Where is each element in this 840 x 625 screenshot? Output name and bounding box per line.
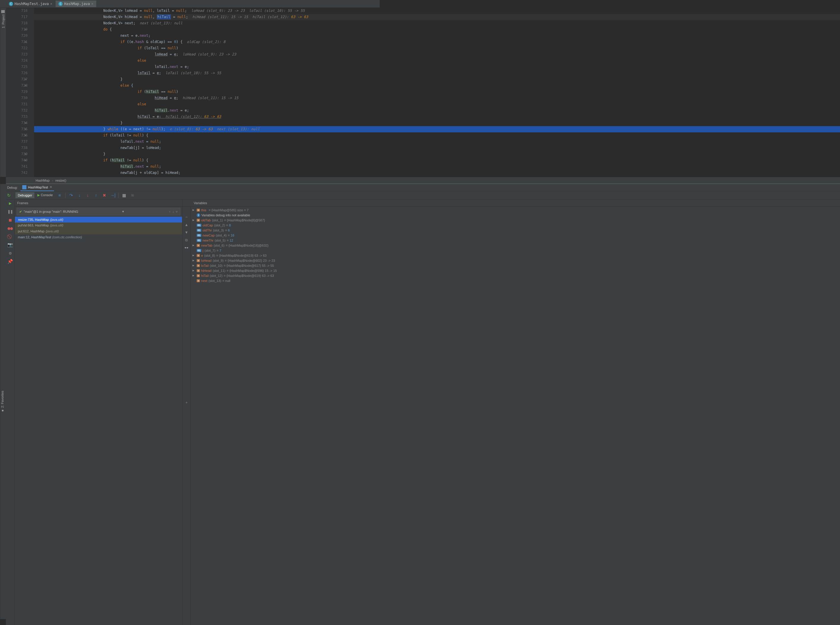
chevron-down-icon[interactable]: ▼ bbox=[122, 210, 124, 213]
code-line[interactable]: Node<K,V> loHead = null, loTail = null; … bbox=[34, 8, 380, 14]
code-line[interactable]: do { bbox=[34, 26, 380, 33]
code-line[interactable]: Node<K,V> hiHead = null, hiTail = null; … bbox=[34, 14, 380, 20]
close-icon[interactable]: ✕ bbox=[50, 185, 52, 189]
line-number[interactable]: 717 bbox=[6, 14, 28, 20]
line-number[interactable]: 721⊖ bbox=[6, 39, 28, 45]
editor[interactable]: 716717718719⊖720721⊖722723724725726727⊖7… bbox=[6, 8, 380, 177]
gutter[interactable]: 716717718719⊖720721⊖722723724725726727⊖7… bbox=[6, 8, 34, 177]
variable-row[interactable]: 01 j (slot_7) = 7 bbox=[191, 248, 380, 253]
breadcrumb[interactable]: HashMap › resize() bbox=[6, 177, 380, 183]
tab-hashmap[interactable]: C HashMap.java ✕ bbox=[56, 1, 96, 7]
line-number[interactable]: 729 bbox=[6, 89, 28, 95]
code-line[interactable]: loTail.next = e; bbox=[34, 64, 380, 70]
line-number[interactable]: 733 bbox=[6, 113, 28, 120]
code-line[interactable]: loTail.next = null; bbox=[34, 138, 380, 145]
code-line[interactable]: if ((e.hash & oldCap) == 0) { oldCap (sl… bbox=[34, 39, 380, 45]
line-number[interactable]: 722 bbox=[6, 45, 28, 51]
line-number[interactable]: 730 bbox=[6, 95, 28, 101]
up-icon[interactable]: ▲ bbox=[185, 222, 188, 227]
code-line[interactable]: else bbox=[34, 58, 380, 64]
remove-watch-icon[interactable]: − bbox=[185, 215, 188, 219]
variable-row[interactable]: ▶≡ e (slot_8) = {HashMap$Node@619} 63 ->… bbox=[191, 253, 380, 258]
code-line[interactable]: newTab[j + oldCap] = hiHead; bbox=[34, 170, 380, 176]
threads-icon[interactable]: ≡ bbox=[57, 193, 62, 197]
line-number[interactable]: 731 bbox=[6, 101, 28, 107]
run-to-cursor-icon[interactable]: →| bbox=[110, 193, 115, 197]
code-line[interactable]: hiTail.next = e; bbox=[34, 107, 380, 113]
code-line[interactable]: next = e.next; bbox=[34, 33, 380, 39]
console-tab[interactable]: ▶ Console bbox=[35, 192, 55, 198]
variable-row[interactable]: iVariables debug info not available bbox=[191, 213, 380, 218]
line-number[interactable]: 718 bbox=[6, 20, 28, 26]
code-line[interactable]: hiTail.next = null; bbox=[34, 163, 380, 170]
variable-row[interactable]: ▶≡ this = {HashMap@585} size = 7 bbox=[191, 207, 380, 213]
line-number[interactable]: 736⊖ bbox=[6, 132, 28, 138]
breadcrumb-class[interactable]: HashMap bbox=[36, 179, 50, 182]
code-line[interactable]: } bbox=[34, 120, 380, 126]
line-number[interactable]: 724 bbox=[6, 58, 28, 64]
close-icon[interactable]: ✕ bbox=[50, 2, 53, 6]
line-number[interactable]: 738 bbox=[6, 145, 28, 151]
tab-hashmaptest[interactable]: C HashMapTest.java ✕ bbox=[6, 1, 56, 7]
code-area[interactable]: Node<K,V> loHead = null, loTail = null; … bbox=[34, 8, 380, 177]
line-number[interactable]: 737 bbox=[6, 138, 28, 145]
settings-icon[interactable]: ⚙ bbox=[9, 250, 12, 256]
code-line[interactable]: newTab[j] = loHead; bbox=[34, 145, 380, 151]
drop-frame-icon[interactable]: ✖ bbox=[102, 193, 107, 197]
prev-frame-icon[interactable]: ↑ bbox=[169, 210, 171, 214]
line-number[interactable]: 732 bbox=[6, 107, 28, 113]
code-line[interactable]: } bbox=[34, 76, 380, 82]
variable-row[interactable]: ▶≡ loTail (slot_10) = {HashMap$Node@617}… bbox=[191, 263, 380, 268]
trace-icon[interactable]: ≋ bbox=[130, 193, 135, 197]
tool-window-project[interactable]: 1: Project bbox=[0, 8, 6, 177]
line-number[interactable]: 719⊖ bbox=[6, 26, 28, 33]
pin-icon[interactable]: 📌 bbox=[8, 259, 13, 264]
line-number[interactable]: 728⊖ bbox=[6, 82, 28, 89]
code-line[interactable]: hiTail = e; hiTail (slot_12): 63 -> 63 bbox=[34, 113, 380, 120]
copy-icon[interactable]: ⧉ bbox=[185, 238, 188, 242]
force-step-into-icon[interactable]: ↓ bbox=[85, 193, 90, 197]
evaluate-icon[interactable]: ▦ bbox=[122, 193, 127, 197]
debug-config-tab[interactable]: HashMapTest ✕ bbox=[20, 184, 54, 191]
close-icon[interactable]: ✕ bbox=[91, 2, 93, 6]
code-line[interactable]: } bbox=[34, 151, 380, 157]
code-line[interactable]: else { bbox=[34, 82, 380, 89]
code-line[interactable]: if (hiTail != null) { bbox=[34, 157, 380, 163]
rerun-icon[interactable]: ↻ bbox=[7, 193, 11, 197]
variable-row[interactable]: 01 newThr (slot_5) = 12 bbox=[191, 238, 380, 243]
stack-frame[interactable]: resize:735, HashMap (java.util) bbox=[15, 217, 182, 222]
variable-row[interactable]: ▶≡ hiHead (slot_11) = {HashMap$Node@596}… bbox=[191, 268, 380, 273]
variable-row[interactable]: ▶≡ oldTab (slot_1) = {HashMap$Node[8]@58… bbox=[191, 218, 380, 222]
code-line[interactable]: if (loTail != null) { bbox=[34, 132, 380, 138]
thread-selector[interactable]: ✔ "main"@1 in group "main": RUNNING ▼ ↑↓… bbox=[17, 208, 180, 215]
show-watches-icon[interactable]: 👓 bbox=[184, 246, 189, 250]
line-number[interactable]: 734⊖ bbox=[6, 120, 28, 126]
resume-icon[interactable]: ▶ bbox=[9, 201, 12, 206]
get-thread-dump-icon[interactable]: 📷 bbox=[8, 242, 13, 247]
variable-row[interactable]: ▶≡ hiTail (slot_12) = {HashMap$Node@619}… bbox=[191, 273, 380, 278]
filter-icon[interactable]: ▿ bbox=[176, 210, 178, 214]
step-over-icon[interactable]: ↷ bbox=[69, 193, 74, 197]
stack-frame[interactable]: putVal:663, HashMap (java.util) bbox=[15, 222, 182, 229]
variable-row[interactable]: 01 oldCap (slot_2) = 8 bbox=[191, 222, 380, 228]
line-number[interactable]: 742 bbox=[6, 170, 28, 176]
down-icon[interactable]: ▼ bbox=[185, 230, 188, 235]
line-number[interactable]: 735⊖ bbox=[6, 126, 28, 132]
next-frame-icon[interactable]: ↓ bbox=[172, 210, 174, 214]
line-number[interactable]: 740⊖ bbox=[6, 157, 28, 163]
breadcrumb-method[interactable]: resize() bbox=[56, 179, 67, 182]
line-number[interactable]: 716 bbox=[6, 8, 28, 14]
breakpoints-icon[interactable]: ●● bbox=[8, 225, 13, 231]
stack-frame[interactable]: put:612, HashMap (java.util) bbox=[15, 229, 182, 235]
line-number[interactable]: 739⊖ bbox=[6, 151, 28, 157]
pause-icon[interactable]: ❚❚ bbox=[8, 209, 13, 214]
line-number[interactable]: 727⊖ bbox=[6, 76, 28, 82]
code-line[interactable]: hiHead = e; hiHead (slot_11): 15 -> 15 bbox=[34, 95, 380, 101]
code-line[interactable]: if (hiTail == null) bbox=[34, 89, 380, 95]
line-number[interactable]: 725 bbox=[6, 64, 28, 70]
code-line[interactable]: if (loTail == null) bbox=[34, 45, 380, 51]
line-number[interactable]: 720 bbox=[6, 33, 28, 39]
variable-row[interactable]: ≡ next (slot_13) = null bbox=[191, 278, 380, 283]
line-number[interactable]: 726 bbox=[6, 70, 28, 76]
variable-row[interactable]: 01 newCap (slot_4) = 16 bbox=[191, 233, 380, 238]
